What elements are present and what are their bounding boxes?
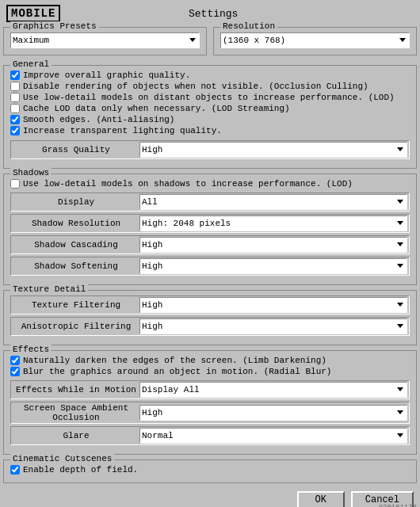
ssao-select-wrapper: High Medium Low Off bbox=[139, 405, 407, 421]
resolution-label: Resolution bbox=[220, 21, 277, 31]
general-label: General bbox=[10, 59, 52, 69]
checkbox-transparent-lighting-label: Increase transparent lighting quality. bbox=[23, 126, 222, 135]
shadows-label: Shadows bbox=[10, 168, 52, 177]
glare-select[interactable]: Normal High Low Off bbox=[139, 428, 407, 444]
effects-while-motion-label: Effects While in Motion bbox=[13, 385, 139, 395]
ssao-row: Screen Space Ambient Occlusion High Medi… bbox=[10, 402, 410, 424]
graphics-presets-label: Graphics Presets bbox=[10, 21, 99, 31]
resolution-select[interactable]: (1360 x 768) (1280 x 720) (1920 x 1080) bbox=[220, 32, 410, 48]
glare-row: Glare Normal High Low Off bbox=[10, 426, 410, 445]
shadow-softening-select[interactable]: High Medium Low Off bbox=[139, 258, 407, 274]
checkbox-lod[interactable] bbox=[10, 93, 20, 102]
dof-checkbox[interactable] bbox=[10, 465, 20, 475]
cinematic-cutscenes-label: Cinematic Cutscenes bbox=[10, 454, 114, 463]
checkbox-graphic-quality-label: Improve overall graphic quality. bbox=[23, 71, 190, 80]
anisotropic-filtering-select-wrapper: High Medium Low Off bbox=[139, 318, 407, 334]
checkbox-row-5: Increase transparent lighting quality. bbox=[10, 126, 410, 135]
graphics-presets-select[interactable]: Maximum High Medium Low bbox=[10, 32, 200, 48]
shadow-display-select-wrapper: All None Dynamic Only bbox=[139, 194, 407, 210]
effects-limb-darkening-checkbox[interactable] bbox=[10, 356, 20, 365]
checkbox-transparent-lighting[interactable] bbox=[10, 126, 20, 135]
checkbox-occlusion-culling[interactable] bbox=[10, 82, 20, 91]
checkbox-row-2: Use low-detail models on distant objects… bbox=[10, 93, 410, 102]
shadows-group: Shadows Use low-detail models on shadows… bbox=[3, 173, 417, 285]
grass-quality-select[interactable]: High Medium Low Off bbox=[139, 142, 407, 158]
checkbox-lod-label: Use low-detail models on distant objects… bbox=[23, 93, 395, 102]
glare-select-wrapper: Normal High Low Off bbox=[139, 428, 407, 444]
watermark: #20181174 bbox=[378, 504, 417, 507]
resolution-group: Resolution (1360 x 768) (1280 x 720) (19… bbox=[213, 27, 417, 55]
button-row: OK Cancel bbox=[3, 488, 417, 507]
grass-quality-select-wrapper: High Medium Low Off bbox=[139, 142, 407, 158]
effects-group: Effects Naturally darken the edges of th… bbox=[3, 350, 417, 455]
glare-label: Glare bbox=[13, 431, 139, 440]
anisotropic-filtering-label: Anisotropic Filtering bbox=[13, 322, 139, 331]
effects-checkbox-row-1: Blur the graphics around an object in mo… bbox=[10, 367, 410, 376]
effects-limb-darkening-label: Naturally darken the edges of the screen… bbox=[23, 356, 326, 365]
window-title: Settings bbox=[189, 8, 238, 20]
anisotropic-filtering-select[interactable]: High Medium Low Off bbox=[139, 318, 407, 334]
shadow-softening-select-wrapper: High Medium Low Off bbox=[139, 258, 407, 274]
effects-radial-blur-label: Blur the graphics around an object in mo… bbox=[23, 367, 331, 376]
shadow-resolution-row: Shadow Resolution High: 2048 pixels Medi… bbox=[10, 214, 410, 233]
effects-label: Effects bbox=[10, 345, 52, 354]
texture-detail-label: Texture Detail bbox=[10, 284, 88, 294]
general-group: General Improve overall graphic quality.… bbox=[3, 65, 417, 169]
shadow-cascading-select[interactable]: High Medium Low bbox=[139, 237, 407, 253]
shadow-display-select[interactable]: All None Dynamic Only bbox=[139, 194, 407, 210]
checkbox-row-3: Cache LOD data only when necessary. (LOD… bbox=[10, 104, 410, 113]
texture-detail-group: Texture Detail Texture Filtering High Me… bbox=[3, 290, 417, 345]
shadow-cascading-row: Shadow Cascading High Medium Low bbox=[10, 235, 410, 254]
shadow-cascading-label: Shadow Cascading bbox=[13, 240, 139, 250]
shadow-resolution-select-wrapper: High: 2048 pixels Medium: 1024 pixels Lo… bbox=[139, 215, 407, 231]
checkbox-antialiasing-label: Smooth edges. (Anti-aliasing) bbox=[23, 115, 174, 124]
dof-checkbox-row: Enable depth of field. bbox=[10, 465, 410, 475]
app-logo: MOBILE bbox=[6, 5, 60, 22]
shadow-display-row: Display All None Dynamic Only bbox=[10, 193, 410, 212]
checkbox-lod-streaming[interactable] bbox=[10, 104, 20, 113]
effects-checkbox-row-0: Naturally darken the edges of the screen… bbox=[10, 356, 410, 365]
checkbox-occlusion-culling-label: Disable rendering of objects when not vi… bbox=[23, 82, 368, 91]
checkbox-row-4: Smooth edges. (Anti-aliasing) bbox=[10, 115, 410, 124]
shadow-cascading-select-wrapper: High Medium Low bbox=[139, 237, 407, 253]
ok-button[interactable]: OK bbox=[297, 491, 345, 507]
cinematic-cutscenes-group: Cinematic Cutscenes Enable depth of fiel… bbox=[3, 459, 417, 483]
effects-while-motion-select[interactable]: Display All Display Some Off bbox=[139, 382, 407, 398]
shadow-softening-row: Shadow Softening High Medium Low Off bbox=[10, 257, 410, 276]
checkbox-row-0: Improve overall graphic quality. bbox=[10, 71, 410, 80]
shadows-lod-checkbox[interactable] bbox=[10, 179, 20, 189]
effects-while-motion-row: Effects While in Motion Display All Disp… bbox=[10, 380, 410, 399]
grass-quality-label: Grass Quality bbox=[13, 145, 139, 154]
checkbox-row-1: Disable rendering of objects when not vi… bbox=[10, 82, 410, 91]
dof-label: Enable depth of field. bbox=[23, 465, 138, 475]
shadow-display-label: Display bbox=[13, 197, 139, 207]
settings-window: MOBILE Settings Graphics Presets Maximum… bbox=[0, 0, 420, 507]
anisotropic-filtering-row: Anisotropic Filtering High Medium Low Of… bbox=[10, 317, 410, 336]
checkbox-lod-streaming-label: Cache LOD data only when necessary. (LOD… bbox=[23, 104, 290, 113]
grass-quality-row: Grass Quality High Medium Low Off bbox=[10, 140, 410, 159]
texture-filtering-label: Texture Filtering bbox=[13, 300, 139, 310]
ssao-select[interactable]: High Medium Low Off bbox=[139, 405, 407, 421]
graphics-presets-group: Graphics Presets Maximum High Medium Low bbox=[3, 27, 207, 55]
shadow-softening-label: Shadow Softening bbox=[13, 261, 139, 271]
shadows-checkbox-row: Use low-detail models on shadows to incr… bbox=[10, 179, 410, 189]
texture-filtering-select-wrapper: High Medium Low bbox=[139, 297, 407, 313]
texture-filtering-select[interactable]: High Medium Low bbox=[139, 297, 407, 313]
effects-radial-blur-checkbox[interactable] bbox=[10, 367, 20, 376]
texture-filtering-row: Texture Filtering High Medium Low bbox=[10, 295, 410, 314]
top-presets-row: Graphics Presets Maximum High Medium Low… bbox=[3, 27, 417, 60]
shadows-lod-label: Use low-detail models on shadows to incr… bbox=[23, 179, 353, 189]
checkbox-antialiasing[interactable] bbox=[10, 115, 20, 124]
checkbox-graphic-quality[interactable] bbox=[10, 71, 20, 80]
shadow-resolution-select[interactable]: High: 2048 pixels Medium: 1024 pixels Lo… bbox=[139, 215, 407, 231]
shadow-resolution-label: Shadow Resolution bbox=[13, 219, 139, 228]
ssao-label: Screen Space Ambient Occlusion bbox=[13, 403, 139, 422]
effects-while-motion-select-wrapper: Display All Display Some Off bbox=[139, 382, 407, 398]
